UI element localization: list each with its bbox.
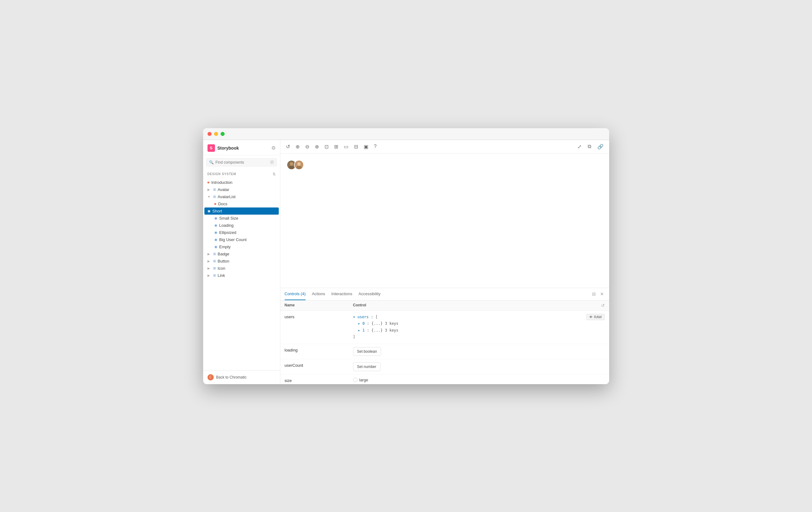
expand-arrow: ▶ (207, 274, 211, 277)
minimize-button[interactable] (214, 132, 218, 136)
sidebar-item-badge[interactable]: ▶ ⊞ Badge (203, 250, 280, 258)
nav-item-label: Button (218, 259, 230, 264)
back-label: Back to Chromatic (216, 375, 247, 380)
component-icon: ⊞ (213, 187, 216, 191)
sidebar-item-avatar[interactable]: ▶ ⊞ Avatar (203, 186, 280, 193)
sidebar-item-avatarlist-bigusercount[interactable]: ◉ Big User Count (203, 236, 280, 243)
nav-item-label: Loading (219, 223, 234, 228)
sidebar-item-button[interactable]: ▶ ⊞ Button (203, 258, 280, 265)
storybook-logo: S Storybook (207, 144, 239, 152)
tab-interactions[interactable]: Interactions (331, 288, 352, 300)
nav-item-label: Avatar (218, 187, 229, 192)
size-radio-option[interactable]: large (353, 378, 368, 382)
gear-icon[interactable]: ⚙ (271, 145, 276, 151)
zoom-in-button[interactable]: ⊕ (294, 143, 301, 151)
control-action-users: 👁 RAW (580, 314, 605, 320)
grid-multi-button[interactable]: ⊞ (333, 143, 340, 151)
tab-actions[interactable]: Actions (312, 288, 325, 300)
sidebar-item-avatarlist-empty[interactable]: ◉ Empty (203, 243, 280, 250)
layout-button[interactable]: ▭ (343, 143, 350, 151)
search-bar[interactable]: 🔍 / (206, 158, 277, 167)
section-header: DESIGN SYSTEM ⇅ (203, 170, 280, 178)
users-tree-value: ▾ users : [ ▸ 0 : {...} 3 keys ▸ 1 : {..… (353, 314, 399, 341)
nav-item-label: Docs (218, 202, 227, 206)
control-row-loading: loading Set boolean (280, 344, 609, 359)
sidebar-item-avatarlist-ellipsized[interactable]: ◉ Ellipsized (203, 229, 280, 236)
search-input[interactable] (215, 160, 268, 164)
sidebar-item-icon[interactable]: ▶ ⊞ Icon (203, 265, 280, 272)
control-value-usercount: Set number (353, 362, 605, 371)
expand-button[interactable]: ⤢ (576, 143, 583, 151)
section-title: DESIGN SYSTEM (207, 172, 236, 176)
control-name-users: users (285, 314, 353, 319)
layout-bottom-button[interactable]: ⊟ (353, 143, 359, 151)
sidebar: S Storybook ⚙ 🔍 / DESIGN SYSTEM ⇅ (203, 140, 280, 384)
doc-icon: ■ (207, 180, 210, 184)
expand-arrow: ▶ (207, 188, 211, 191)
nav-item-label: Empty (219, 244, 231, 249)
component-icon: ⊞ (213, 259, 216, 263)
nav-item-label: Short (212, 209, 222, 213)
radio-label-large: large (359, 378, 368, 382)
layout-both-button[interactable]: ▣ (362, 143, 370, 151)
nav-tree: ■ Introduction ▶ ⊞ Avatar ▼ ⊞ AvatarList (203, 178, 280, 280)
fullscreen-button[interactable] (221, 132, 225, 136)
panel-tabs-left: Controls (4) Actions Interactions Access… (285, 288, 381, 300)
toolbar: ↺ ⊕ ⊖ ⊗ ⊡ ⊞ ▭ ⊟ ▣ ? ⤢ ⧉ 🔗 (280, 140, 609, 154)
raw-button[interactable]: 👁 RAW (586, 314, 605, 320)
sidebar-footer: C Back to Chromatic (203, 370, 280, 384)
set-boolean-button[interactable]: Set boolean (353, 347, 381, 356)
traffic-lights (207, 132, 225, 136)
control-value-users: ▾ users : [ ▸ 0 : {...} 3 keys ▸ 1 : {..… (353, 314, 580, 341)
set-number-button[interactable]: Set number (353, 362, 380, 371)
search-icon: 🔍 (209, 160, 214, 164)
help-button[interactable]: ? (373, 143, 378, 151)
component-icon: ⊞ (213, 195, 216, 199)
section-toggle-icon[interactable]: ⇅ (272, 172, 276, 176)
toolbar-right: ⤢ ⧉ 🔗 (576, 143, 605, 151)
story-icon: ◉ (214, 216, 218, 220)
story-icon: ◉ (207, 209, 211, 213)
new-window-button[interactable]: ⧉ (586, 143, 592, 151)
sidebar-item-avatarlist-docs[interactable]: ■ Docs (203, 200, 280, 208)
story-icon: ◉ (214, 223, 218, 228)
main-content: ↺ ⊕ ⊖ ⊗ ⊡ ⊞ ▭ ⊟ ▣ ? ⤢ ⧉ 🔗 (280, 140, 609, 384)
panel-close-button[interactable]: ✕ (599, 291, 605, 297)
story-icon: ◉ (214, 238, 218, 242)
avatar-face-svg-2 (295, 160, 303, 169)
radio-button-large[interactable] (353, 378, 357, 382)
col-control-header: Control (353, 303, 596, 308)
tab-controls[interactable]: Controls (4) (285, 288, 306, 300)
sidebar-item-avatarlist-loading[interactable]: ◉ Loading (203, 222, 280, 229)
panel-tabs: Controls (4) Actions Interactions Access… (280, 288, 609, 300)
expand-arrow: ▶ (207, 267, 211, 270)
expand-arrow: ▶ (207, 260, 211, 263)
avatar-2 (294, 160, 304, 170)
svg-point-1 (290, 162, 293, 166)
reset-all-icon[interactable]: ↺ (601, 303, 605, 308)
sidebar-item-avatarlist[interactable]: ▼ ⊞ AvatarList (203, 193, 280, 200)
zoom-reset-button[interactable]: ⊗ (314, 143, 320, 151)
component-icon: ⊞ (213, 252, 216, 256)
nav-item-label: Link (218, 273, 225, 278)
panel-layout-button[interactable]: ⊟ (591, 291, 597, 297)
link-button[interactable]: 🔗 (596, 143, 605, 151)
back-to-chromatic-button[interactable]: C Back to Chromatic (207, 374, 276, 381)
close-button[interactable] (207, 132, 211, 136)
zoom-out-button[interactable]: ⊖ (304, 143, 311, 151)
sidebar-item-avatarlist-short[interactable]: ◉ Short (204, 208, 279, 215)
eye-icon: 👁 (589, 315, 593, 319)
refresh-button[interactable]: ↺ (285, 143, 291, 151)
sidebar-item-link[interactable]: ▶ ⊞ Link (203, 272, 280, 279)
story-icon: ◉ (214, 245, 218, 249)
tab-accessibility[interactable]: Accessibility (358, 288, 380, 300)
col-name-header: Name (285, 303, 353, 308)
grid-button[interactable]: ⊡ (323, 143, 330, 151)
preview-area (280, 154, 609, 288)
nav-item-label: Big User Count (219, 237, 247, 242)
sidebar-item-introduction[interactable]: ■ Introduction (203, 179, 280, 186)
control-name-size: size (285, 378, 353, 383)
sidebar-item-avatarlist-smallsize[interactable]: ◉ Small Size (203, 215, 280, 222)
doc-icon: ■ (214, 202, 216, 206)
control-name-usercount: userCount (285, 362, 353, 368)
